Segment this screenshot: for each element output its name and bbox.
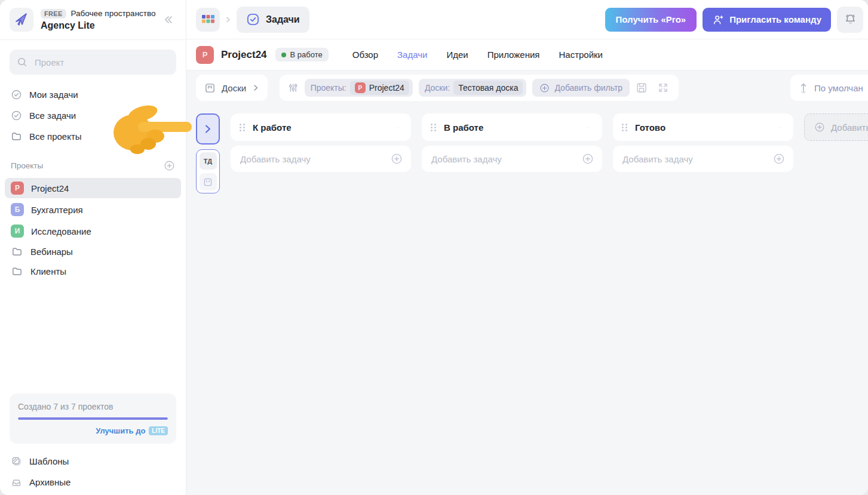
sidebar: FREE Рабочее пространство Agency Lite <box>0 0 186 495</box>
plus-circle-icon[interactable] <box>582 153 594 165</box>
tab-settings[interactable]: Настройки <box>559 50 603 60</box>
filter-bar: Доски Проекты: P Project24 <box>186 70 868 105</box>
kanban-column-inprogress: В работе <box>422 113 602 172</box>
projects-section-header: Проекты <box>0 147 186 177</box>
column-menu-icon[interactable] <box>774 126 785 129</box>
column-title: В работе <box>444 122 576 133</box>
column-title: К работе <box>253 122 385 133</box>
boards-mini-panel: ТД <box>196 149 220 193</box>
project-label: Клиенты <box>30 266 66 276</box>
plus-circle-icon[interactable] <box>391 153 403 165</box>
top-bar: Задачи Получить «Pro» Пригласить команду <box>186 0 868 39</box>
tab-tasks[interactable]: Задачи <box>397 50 427 60</box>
usage-progress-track <box>18 417 168 420</box>
add-task-field[interactable] <box>231 146 411 172</box>
plus-circle-icon <box>539 83 550 93</box>
project-item-webinars[interactable]: Вебинары <box>5 242 181 261</box>
board-icon <box>204 82 216 94</box>
person-plus-icon <box>712 14 724 26</box>
apps-grid-button[interactable] <box>196 8 220 32</box>
project-item-accounting[interactable]: Б Бухгалтерия <box>5 199 181 220</box>
upgrade-link[interactable]: Улучшить до <box>96 426 145 435</box>
tab-apps[interactable]: Приложения <box>487 50 540 60</box>
project-item-project24[interactable]: P Project24 <box>5 178 181 198</box>
save-view-icon[interactable] <box>636 82 648 94</box>
filter-chip-boards[interactable]: Доски: Тестовая доска <box>419 79 527 97</box>
sort-order-button[interactable]: По умолчан <box>790 75 868 101</box>
project-search[interactable] <box>10 50 176 75</box>
folder-icon <box>11 266 23 277</box>
column-menu-icon[interactable] <box>392 126 403 129</box>
main-area: Задачи Получить «Pro» Пригласить команду <box>186 0 868 495</box>
tab-ideas[interactable]: Идеи <box>446 50 468 60</box>
fullscreen-icon[interactable] <box>657 82 669 94</box>
sidebar-item-all-projects[interactable]: Все проекты <box>0 126 186 147</box>
board-icon <box>203 177 213 187</box>
filter-value-label: Project24 <box>369 83 404 93</box>
collapse-sidebar-button[interactable] <box>160 11 176 28</box>
folder-icon <box>11 131 22 142</box>
add-filter-label: Добавить фильтр <box>554 83 622 93</box>
current-app-pill[interactable]: Задачи <box>237 7 309 33</box>
filter-value: P Project24 <box>350 81 409 95</box>
sidebar-item-label: Все проекты <box>29 131 82 142</box>
tasks-check-icon <box>246 13 260 26</box>
project-label: Вебинары <box>30 247 73 257</box>
sidebar-item-label: Мои задачи <box>29 90 78 100</box>
breadcrumb-chevron-icon <box>225 17 231 23</box>
invite-team-button[interactable]: Пригласить команду <box>703 8 831 32</box>
add-column-button[interactable]: Добавить <box>804 113 868 141</box>
view-switcher-label: Доски <box>222 83 246 93</box>
invite-team-label: Пригласить команду <box>729 14 821 24</box>
view-switcher-boards[interactable]: Доски <box>196 75 268 101</box>
workspace-type-label: Рабочее пространство <box>71 9 156 18</box>
add-project-icon[interactable] <box>164 160 175 171</box>
sidebar-item-archived[interactable]: Архивные <box>0 472 186 493</box>
sidebar-spacer <box>0 281 186 388</box>
tab-overview[interactable]: Обзор <box>352 50 378 60</box>
notifications-button[interactable] <box>837 7 863 33</box>
project-badge: Б <box>11 203 24 216</box>
bell-icon <box>844 13 857 26</box>
expand-boards-panel-button[interactable] <box>196 113 220 144</box>
add-task-input[interactable] <box>430 153 576 165</box>
project-header-bar: P Project24 В работе Обзор Задачи Идеи П… <box>186 39 868 70</box>
add-column-label: Добавить <box>831 122 868 133</box>
search-input[interactable] <box>33 57 169 68</box>
sidebar-item-templates[interactable]: Шаблоны <box>0 451 186 472</box>
drag-handle-icon[interactable] <box>621 123 628 132</box>
drag-handle-icon[interactable] <box>430 123 437 132</box>
project-badge: P <box>196 46 214 64</box>
sidebar-item-all-tasks[interactable]: Все задачи <box>0 105 186 126</box>
sidebar-item-my-tasks[interactable]: Мои задачи <box>0 84 186 105</box>
add-board-button[interactable] <box>200 173 217 190</box>
app-window: FREE Рабочее пространство Agency Lite <box>0 0 868 495</box>
project-item-research[interactable]: И Исследование <box>5 221 181 241</box>
plus-circle-icon[interactable] <box>773 153 785 165</box>
add-task-input[interactable] <box>239 153 385 165</box>
column-menu-icon[interactable] <box>583 126 594 129</box>
add-filter-button[interactable]: Добавить фильтр <box>532 79 630 97</box>
lite-badge[interactable]: LITE <box>149 426 168 435</box>
add-task-input[interactable] <box>621 153 767 165</box>
status-dot-icon <box>281 53 286 57</box>
project-label: Исследование <box>31 226 91 236</box>
add-task-field[interactable] <box>422 146 602 172</box>
sidebar-item-label: Все задачи <box>29 110 76 121</box>
get-pro-button[interactable]: Получить «Pro» <box>605 8 697 32</box>
sort-arrows-icon <box>799 82 808 93</box>
filter-chip-projects[interactable]: Проекты: P Project24 <box>305 79 413 97</box>
project-item-clients[interactable]: Клиенты <box>5 262 181 281</box>
add-task-field[interactable] <box>613 146 793 172</box>
archive-icon <box>11 476 22 488</box>
usage-card: Создано 7 из 7 проектов Улучшить до LITE <box>10 393 176 444</box>
board-tab-td[interactable]: ТД <box>200 152 217 170</box>
project-status-badge[interactable]: В работе <box>275 48 329 62</box>
kanban-column-todo: К работе <box>231 113 411 172</box>
status-label: В работе <box>290 50 323 59</box>
column-header: В работе <box>422 113 602 141</box>
filter-value-label: Тестовая доска <box>458 83 518 93</box>
drag-handle-icon[interactable] <box>239 123 246 132</box>
workspace-logo <box>10 8 33 32</box>
filter-actions <box>636 82 670 94</box>
